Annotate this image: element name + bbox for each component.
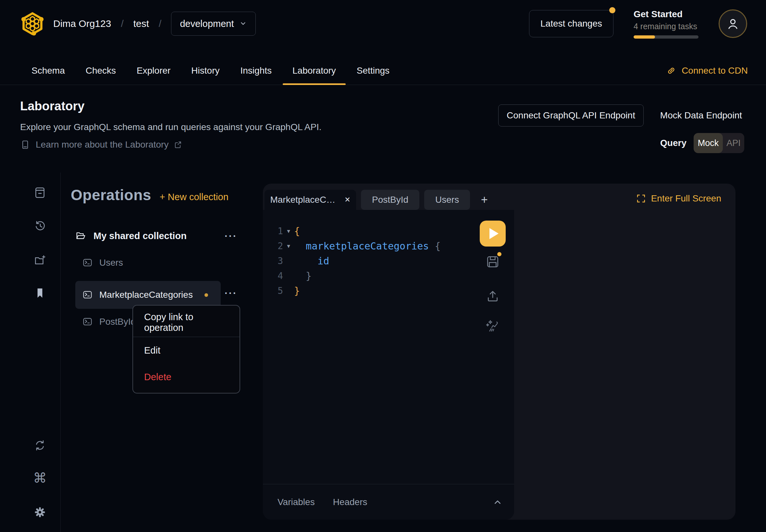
code-line: 2 ▼ marketplaceCategories { [263,238,514,253]
connect-endpoint-button[interactable]: Connect GraphQL API Endpoint [498,104,644,127]
book-icon [20,139,30,150]
query-editor[interactable]: 1 ▼ { 2 ▼ marketplaceCategories { 3 id [263,210,514,520]
breadcrumb-org[interactable]: Dima Org123 [53,18,111,29]
breadcrumb-graph[interactable]: test [133,18,149,29]
editor-tabs: MarketplaceC… ✕ PostById Users + [264,190,494,210]
tab-explorer[interactable]: Explorer [137,56,170,85]
saved-operations-button[interactable] [33,286,47,300]
tab-settings[interactable]: Settings [357,56,390,85]
learn-more-label: Learn more about the Laboratory [36,139,168,150]
fold-toggle-icon[interactable]: ▼ [283,228,294,234]
operation-context-menu: Copy link to operation Edit Delete [132,305,240,393]
code-token: id [294,255,329,267]
bookmark-icon [34,287,46,299]
operation-label: Users [99,258,123,268]
documentation-button[interactable] [33,186,47,199]
settings-button[interactable] [33,505,47,519]
editor-tab-marketplacecategories[interactable]: MarketplaceC… ✕ [264,190,356,210]
external-link-icon [174,140,182,149]
collection-menu-button[interactable]: ··· [225,229,237,243]
latest-changes-button[interactable]: Latest changes [529,10,614,37]
operation-icon [82,317,93,327]
get-started-widget[interactable]: Get Started 4 remaining tasks [634,9,699,39]
query-mode-mock[interactable]: Mock [694,133,723,153]
close-icon[interactable]: ✕ [344,196,350,204]
operations-title: Operations [71,186,151,204]
breadcrumb-separator: / [157,18,163,29]
tab-schema[interactable]: Schema [31,56,65,85]
operation-menu-button[interactable]: ··· [225,286,237,300]
mock-data-endpoint-button[interactable]: Mock Data Endpoint [660,104,742,127]
graph-nav: Schema Checks Explorer History Insights … [0,56,766,85]
code-token: { [294,225,300,237]
operation-history-button[interactable] [33,219,47,233]
prettify-query-button[interactable] [485,318,501,334]
connect-to-cdn-label: Connect to CDN [682,66,748,76]
headers-tab[interactable]: Headers [333,497,367,507]
page-description: Explore your GraphQL schema and run quer… [20,122,322,132]
fullscreen-icon [636,194,646,203]
header-actions: Latest changes Get Started 4 remaining t… [529,9,747,39]
menu-item-edit[interactable]: Edit [133,337,239,364]
learn-more-link[interactable]: Learn more about the Laboratory [20,139,182,150]
history-clock-icon [34,220,46,232]
menu-item-copy-link[interactable]: Copy link to operation [133,308,239,337]
line-number: 3 [263,256,283,266]
broom-sparkles-icon [485,319,500,333]
operation-label: PostById [99,317,136,327]
save-icon [485,254,500,269]
share-operation-button[interactable] [485,288,501,304]
collapse-panel-button[interactable] [492,497,503,508]
gear-icon [33,506,46,519]
graphos-logo-icon[interactable] [20,11,45,36]
link-icon [666,65,677,76]
user-avatar[interactable] [719,9,747,38]
code-token: marketplaceCategories [294,240,435,252]
laboratory-page: Dima Org123 / test / development Latest … [0,0,766,532]
save-operation-button[interactable] [485,254,501,270]
fold-toggle-icon[interactable]: ▼ [283,243,294,249]
person-icon [726,17,740,31]
variant-selector[interactable]: development [171,12,255,36]
connect-to-cdn-link[interactable]: Connect to CDN [666,56,748,85]
chevron-down-icon [239,20,247,28]
tab-laboratory[interactable]: Laboratory [292,56,336,85]
new-collection-rail-button[interactable] [33,254,47,267]
operation-item-postbyid[interactable]: PostById [82,317,136,327]
editor-tab-users[interactable]: Users [424,190,470,210]
tab-insights[interactable]: Insights [240,56,272,85]
menu-item-delete[interactable]: Delete [133,364,239,390]
new-tab-button[interactable]: + [475,190,494,210]
tab-history[interactable]: History [191,56,219,85]
refresh-schema-button[interactable] [33,439,47,452]
breadcrumb-separator: / [119,18,125,29]
query-mode-row: Query Mock API [660,133,744,153]
keyboard-shortcuts-button[interactable]: ⌘ [33,471,47,485]
enter-full-screen-button[interactable]: Enter Full Screen [636,193,721,204]
code-token: { [435,240,441,252]
operation-icon [82,258,93,268]
unsaved-changes-dot [204,293,208,297]
play-icon [490,228,499,239]
notification-dot [609,7,615,13]
line-number: 5 [263,285,283,296]
latest-changes-label: Latest changes [541,18,602,29]
new-collection-button[interactable]: + New collection [160,192,228,202]
tab-checks[interactable]: Checks [86,56,116,85]
variables-tab[interactable]: Variables [277,497,315,507]
operation-item-users[interactable]: Users [82,258,123,268]
collection-name: My shared collection [93,231,187,241]
unsaved-changes-dot [497,252,502,256]
operation-icon [82,290,93,300]
editor-tab-postbyid[interactable]: PostById [361,190,420,210]
rail-divider [60,173,61,532]
folder-plus-icon [34,254,46,267]
collection-header[interactable]: My shared collection [75,230,187,241]
query-mode-api[interactable]: API [723,133,744,153]
run-query-button[interactable] [480,221,506,247]
refresh-icon [34,439,46,452]
get-started-progressbar [634,35,699,39]
code-token: } [294,285,300,296]
code-line: 1 ▼ { [263,224,514,238]
query-code[interactable]: 1 ▼ { 2 ▼ marketplaceCategories { 3 id [263,210,514,298]
